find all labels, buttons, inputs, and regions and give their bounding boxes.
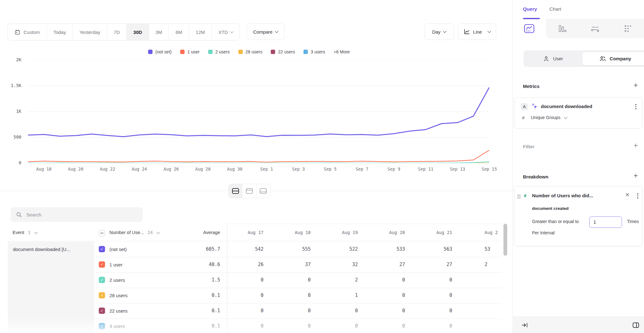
granularity-label: Day <box>432 29 441 35</box>
date-column-header: Aug 19 <box>321 225 369 240</box>
breakdown-column-header[interactable]: Number of Use... 24 <box>109 225 159 240</box>
row-value: 53 <box>485 242 503 257</box>
event-list-item[interactable]: document downloaded [U... <box>8 242 94 257</box>
metric-event-name: document downloaded <box>541 104 592 109</box>
granularity-button[interactable]: Day <box>424 24 454 40</box>
drag-handle-icon[interactable] <box>517 195 521 198</box>
split-view-button[interactable] <box>229 184 242 198</box>
legend-swatch <box>303 50 308 54</box>
user-label: User <box>553 56 563 61</box>
chart-type-grid-button[interactable] <box>612 19 644 38</box>
side-panel-icon[interactable] <box>632 321 640 329</box>
row-value: 0 <box>321 319 369 333</box>
chevron-down-icon <box>34 230 38 234</box>
y-tick-label: 2K <box>0 57 21 62</box>
panel-bottom-bar <box>513 317 644 333</box>
chart-view-button[interactable] <box>242 184 256 198</box>
condition-value-input[interactable] <box>589 216 622 228</box>
event-column-header[interactable]: Event 1 <box>13 225 37 240</box>
y-tick-label: 1.5K <box>0 83 21 88</box>
select-all-checkbox[interactable] <box>99 230 105 236</box>
metric-card[interactable]: A document downloaded # Unique Groups <box>514 97 642 128</box>
row-checkbox[interactable]: ✓ <box>99 246 105 252</box>
chart-plot[interactable] <box>28 60 489 163</box>
table-view-button[interactable] <box>256 184 270 198</box>
legend-item[interactable]: 2 users <box>208 49 230 54</box>
row-value <box>485 288 503 303</box>
metric-menu-button[interactable] <box>635 104 636 109</box>
range-today[interactable]: Today <box>47 24 73 40</box>
date-column-header: Aug 20 <box>369 225 416 240</box>
compare-button[interactable]: Compare <box>247 24 285 40</box>
x-tick-label: Sep 5 <box>324 166 337 172</box>
range-7d[interactable]: 7D <box>107 24 126 40</box>
query-panel: Query Chart <box>513 0 644 333</box>
tab-query[interactable]: Query <box>523 6 537 12</box>
close-icon[interactable]: ✕ <box>625 192 630 198</box>
legend-item[interactable]: (not set) <box>148 49 171 54</box>
row-checkbox[interactable]: ✓ <box>99 323 105 329</box>
event-header-label: Event <box>13 230 24 235</box>
search-input[interactable] <box>26 212 138 218</box>
table-row: ✓22 users0.100000 <box>94 303 502 319</box>
row-value: 26 <box>227 257 274 272</box>
legend-item[interactable]: 3 users <box>303 49 325 54</box>
row-value: 0 <box>227 319 274 333</box>
table-row: ✓(not set)605.754255552253356353 <box>94 242 502 257</box>
row-checkbox[interactable]: ✓ <box>99 261 105 268</box>
legend-item[interactable]: 28 users <box>238 49 263 54</box>
add-breakdown-button[interactable]: + <box>634 172 638 180</box>
measure-selector[interactable]: Unique Groups <box>531 115 567 120</box>
table-view-icon <box>259 188 267 194</box>
chart-type-line-button[interactable] <box>513 19 546 38</box>
range-label: 7D <box>114 30 120 35</box>
range-30d[interactable]: 30D <box>126 24 149 40</box>
chart-type-label: Line <box>473 29 482 35</box>
legend-label: 1 user <box>187 49 200 54</box>
chart-type-flow-button[interactable] <box>579 19 612 38</box>
legend-item[interactable]: 1 user <box>180 49 200 54</box>
table-scrollbar[interactable] <box>503 224 507 256</box>
row-checkbox[interactable]: ✓ <box>99 277 105 283</box>
average-column-header: Average <box>170 225 220 240</box>
legend-item[interactable]: 22 users <box>271 49 295 54</box>
chart-type-bar-button[interactable] <box>546 19 579 38</box>
collapse-panel-icon[interactable] <box>521 322 528 329</box>
tab-chart[interactable]: Chart <box>549 6 561 12</box>
range-3m[interactable]: 3M <box>149 24 169 40</box>
chevron-down-icon <box>157 230 160 234</box>
range-xtd[interactable]: XTD <box>211 24 240 40</box>
row-value: 1 <box>321 288 369 303</box>
legend-label: (not set) <box>155 49 171 54</box>
breakdown-menu-button[interactable] <box>637 193 638 199</box>
row-value: 0 <box>416 303 463 319</box>
row-value: 0 <box>369 272 416 288</box>
row-checkbox[interactable]: ✓ <box>99 292 105 298</box>
chart-type-button[interactable]: Line <box>458 24 496 40</box>
add-filter-button[interactable]: + <box>634 141 638 150</box>
range-label: Yesterday <box>80 30 100 35</box>
interval-label: Per Interval <box>532 230 555 235</box>
range-6m[interactable]: 6M <box>169 24 189 40</box>
add-metric-button[interactable]: + <box>634 81 638 90</box>
row-checkbox[interactable]: ✓ <box>99 308 105 314</box>
row-value: 0 <box>416 319 463 333</box>
range-custom[interactable]: Custom <box>8 24 47 40</box>
row-value: 0 <box>274 303 321 319</box>
breakdown-card[interactable]: # Number of Users who did... ✕ document … <box>514 186 642 246</box>
search-icon <box>16 211 22 218</box>
scope-company-button[interactable]: Company <box>582 52 644 66</box>
date-column-header: Aug 21 <box>416 225 463 240</box>
row-value <box>485 319 503 333</box>
condition-unit: Times <box>627 219 639 224</box>
table-row: ✓1 user40.626373227272 <box>94 257 502 273</box>
range-yesterday[interactable]: Yesterday <box>73 24 107 40</box>
range-label: Today <box>53 30 66 35</box>
scope-user-button[interactable]: User <box>524 50 582 67</box>
legend-more[interactable]: +6 More <box>334 49 350 54</box>
row-value: 522 <box>321 242 369 257</box>
legend-label: 3 users <box>311 49 325 54</box>
legend-label: 22 users <box>278 49 295 54</box>
range-12m[interactable]: 12M <box>189 24 211 40</box>
legend-swatch <box>208 50 213 54</box>
